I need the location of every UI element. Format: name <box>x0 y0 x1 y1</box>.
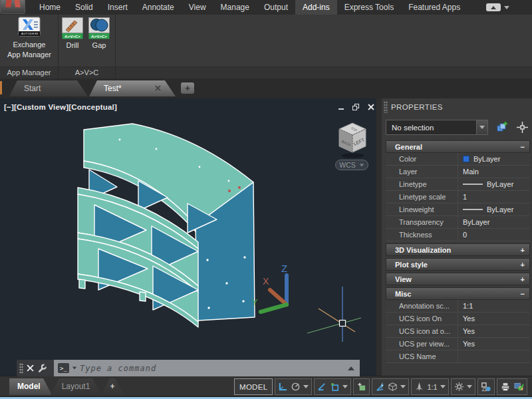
model-space-button[interactable]: MODEL <box>234 378 273 395</box>
close-command-line-icon[interactable] <box>27 364 34 372</box>
chevron-down-icon[interactable] <box>467 385 472 388</box>
selection-dropdown[interactable]: No selection <box>386 120 488 135</box>
autocad-logo-icon <box>5 0 12 7</box>
collapse-icon[interactable]: − <box>521 290 525 298</box>
panel-label-avc[interactable]: A>V>C <box>59 67 116 78</box>
pickadd-icon <box>495 121 508 134</box>
tab-insert[interactable]: Insert <box>100 0 135 15</box>
new-drawing-tab-button[interactable]: + <box>181 82 194 94</box>
exchange-label-line1: Exchange <box>13 41 46 49</box>
drag-grip-icon[interactable] <box>19 363 23 374</box>
section-header-misc[interactable]: Misc − <box>386 287 530 300</box>
svg-text:A>V>C>: A>V>C> <box>91 34 107 39</box>
plot-performance-group <box>497 378 527 395</box>
collapse-icon[interactable]: − <box>521 143 525 151</box>
section-header-view[interactable]: View + <box>386 273 530 285</box>
chevron-down-icon[interactable] <box>400 385 406 388</box>
ribbon-panel-labels: App Manager A>V>C <box>0 66 532 78</box>
chevron-down-icon[interactable] <box>303 385 309 388</box>
polar-tracking-button[interactable] <box>317 382 327 392</box>
property-row-annotation-scale: Annotation sc... 1:1 <box>386 300 530 313</box>
select-objects-button[interactable] <box>515 120 529 135</box>
tab-view[interactable]: View <box>182 0 213 15</box>
wcs-dropdown[interactable]: WCS <box>335 160 368 170</box>
palette-divider[interactable] <box>376 98 382 376</box>
section-header-general[interactable]: General − <box>386 140 530 153</box>
ribbon-minimize-control[interactable] <box>486 0 509 15</box>
graphics-performance-button[interactable] <box>513 382 524 392</box>
property-row-ucs-per-viewport: UCS per view... Yes <box>386 338 530 350</box>
customize-wrench-icon[interactable] <box>37 363 47 373</box>
ribbon-minimize-icon <box>486 3 501 11</box>
chevron-down-icon[interactable] <box>342 385 348 388</box>
command-history-up-icon[interactable] <box>348 366 354 370</box>
drawing-viewport[interactable]: Z X Y [−][Custom View][Conceptual] <box>0 98 376 376</box>
snap-mode-button[interactable] <box>291 382 301 392</box>
dynamic-ucs-button[interactable] <box>375 382 385 392</box>
lineweight-glyph <box>463 209 483 210</box>
property-row-transparency: Transparency ByLayer <box>386 216 530 229</box>
chevron-down-icon[interactable] <box>440 385 446 388</box>
model-canvas: Z X Y <box>0 98 376 376</box>
gear-icon[interactable] <box>454 382 464 392</box>
properties-title: PROPERTIES <box>391 103 443 111</box>
new-layout-button[interactable]: + <box>101 378 124 395</box>
svg-text:AUTODESK: AUTODESK <box>21 32 39 35</box>
drill-button[interactable]: A>V>C> Drill <box>61 17 84 49</box>
palette-grip-icon[interactable] <box>384 101 388 113</box>
annotation-scale-value[interactable]: 1:1 <box>427 383 437 391</box>
tab-output[interactable]: Output <box>257 0 295 15</box>
minimize-icon[interactable] <box>338 104 344 110</box>
close-icon[interactable] <box>368 104 374 110</box>
tab-featured-apps[interactable]: Featured Apps <box>401 0 467 15</box>
toggle-pickadd-button[interactable] <box>494 120 509 135</box>
exchange-label-line2: App Manager <box>7 51 51 59</box>
taskbar-edge <box>0 396 532 399</box>
isolate-objects-button[interactable] <box>481 382 491 392</box>
ribbon-tabs: Home Solid Insert Annotate View Manage O… <box>32 0 467 15</box>
application-menu-button[interactable] <box>0 0 25 14</box>
close-tab-icon[interactable] <box>155 85 161 91</box>
selection-cycling-button[interactable] <box>388 382 398 392</box>
section-header-3d-visualization[interactable]: 3D Visualization + <box>386 243 530 256</box>
annotation-scale-icon[interactable] <box>414 382 424 392</box>
restore-icon[interactable] <box>352 104 360 110</box>
properties-title-bar[interactable]: PROPERTIES <box>382 98 532 116</box>
select-objects-icon <box>516 121 529 134</box>
grid-display-button[interactable] <box>278 382 288 392</box>
viewport-controls-label[interactable]: [−][Custom View][Conceptual] <box>4 103 117 111</box>
recent-commands-caret-icon[interactable] <box>72 367 76 370</box>
tab-express-tools[interactable]: Express Tools <box>337 0 401 15</box>
plot-printer-button[interactable] <box>500 382 511 392</box>
expand-icon[interactable]: + <box>521 261 525 269</box>
ribbon-tab-bar: Home Solid Insert Annotate View Manage O… <box>0 0 532 15</box>
tab-add-ins[interactable]: Add-ins <box>295 0 337 15</box>
tab-solid[interactable]: Solid <box>68 0 100 15</box>
exchange-app-manager-button[interactable]: AUTODESK Exchange App Manager <box>3 17 55 65</box>
model-tab[interactable]: Model <box>9 378 52 395</box>
file-tab-test[interactable]: Test* <box>89 80 176 96</box>
dropdown-arrow-icon[interactable] <box>476 120 487 134</box>
command-prompt-icon[interactable]: >_ <box>58 363 69 373</box>
panel-app-manager: AUTODESK Exchange App Manager <box>0 15 59 66</box>
expand-icon[interactable]: + <box>521 246 525 254</box>
property-row-ucs-name: UCS Name <box>386 350 530 363</box>
tab-annotate[interactable]: Annotate <box>135 0 182 15</box>
file-tab-start[interactable]: Start <box>9 80 88 96</box>
grid-snap-group <box>275 378 312 395</box>
gap-button[interactable]: A>V>C> Gap <box>87 17 111 49</box>
tab-manage[interactable]: Manage <box>213 0 257 15</box>
object-snap-button[interactable] <box>330 382 340 392</box>
layout1-tab[interactable]: Layout1 <box>51 378 101 395</box>
ribbon-panel-area: AUTODESK Exchange App Manager A>V>C> Dri… <box>0 15 532 66</box>
command-input[interactable] <box>80 364 345 373</box>
svg-text:Z: Z <box>281 263 287 274</box>
view-cube[interactable]: TOP BACK LEFT <box>334 121 372 160</box>
expand-icon[interactable]: + <box>521 275 525 283</box>
panel-label-app-manager[interactable]: App Manager <box>0 67 59 78</box>
osnap-3d-group <box>353 378 370 395</box>
object-snap-3d-button[interactable] <box>356 382 366 392</box>
section-header-plot-style[interactable]: Plot style + <box>386 258 530 271</box>
tab-home[interactable]: Home <box>32 0 68 15</box>
command-line-window: >_ <box>17 360 360 376</box>
